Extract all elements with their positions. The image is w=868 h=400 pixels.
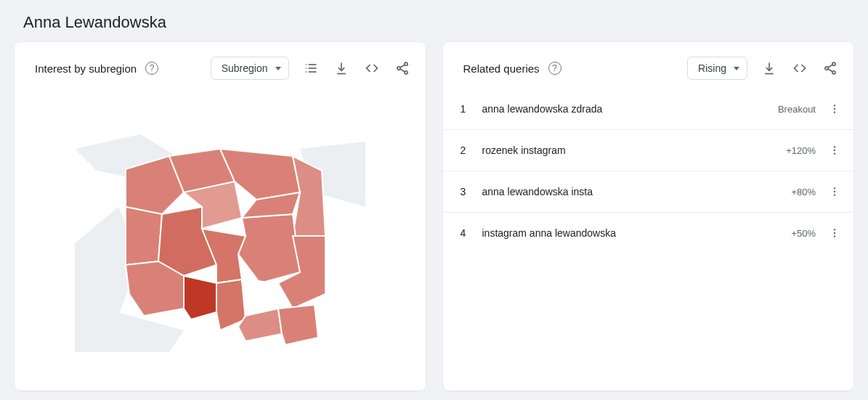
embed-icon[interactable]: [791, 60, 808, 77]
query-rank: 1: [461, 103, 471, 115]
query-row[interactable]: 4 instagram anna lewandowska +50%: [443, 213, 854, 253]
interest-by-subregion-card: Interest by subregion ? Subregion: [15, 42, 426, 391]
list-view-icon[interactable]: [302, 60, 320, 77]
svg-point-28: [834, 191, 835, 192]
query-text: anna lewandowska insta: [482, 186, 780, 197]
related-queries-card: Related queries ? Rising: [443, 42, 854, 391]
svg-point-25: [834, 150, 835, 151]
svg-point-26: [834, 152, 835, 154]
share-icon[interactable]: [394, 60, 411, 77]
help-icon[interactable]: ?: [145, 62, 158, 75]
query-value: Breakout: [778, 104, 816, 115]
query-text: instagram anna lewandowska: [482, 227, 780, 239]
query-value: +50%: [791, 228, 816, 239]
rising-selector-label: Rising: [698, 62, 726, 74]
more-icon[interactable]: [827, 144, 842, 156]
query-row[interactable]: 2 rozenek instagram +120%: [443, 130, 854, 171]
query-row[interactable]: 1 anna lewandowska zdrada Breakout: [443, 89, 854, 130]
query-rank: 3: [461, 186, 471, 197]
help-icon[interactable]: ?: [548, 62, 561, 75]
share-icon[interactable]: [822, 60, 839, 77]
svg-point-4: [305, 68, 307, 69]
poland-map[interactable]: [75, 127, 365, 352]
svg-point-18: [832, 71, 835, 74]
chevron-down-icon: [275, 67, 281, 70]
embed-icon[interactable]: [363, 60, 381, 77]
card-title: Interest by subregion: [35, 62, 137, 75]
svg-point-31: [834, 232, 835, 234]
chevron-down-icon: [734, 67, 739, 70]
card-title: Related queries: [463, 62, 540, 75]
page-title: Anna Lewandowska: [15, 7, 853, 42]
query-rank: 4: [461, 227, 471, 239]
svg-point-3: [305, 64, 307, 65]
query-rank: 2: [461, 144, 471, 156]
more-icon[interactable]: [827, 103, 842, 115]
rising-selector[interactable]: Rising: [687, 57, 747, 80]
svg-point-22: [834, 108, 835, 110]
svg-point-23: [834, 111, 835, 113]
svg-line-10: [399, 69, 404, 72]
region-podkarpackie[interactable]: [278, 305, 318, 345]
more-icon[interactable]: [827, 227, 842, 239]
card-header: Related queries ? Rising: [443, 42, 854, 89]
svg-point-29: [834, 194, 835, 195]
card-header: Interest by subregion ? Subregion: [15, 42, 426, 89]
svg-point-17: [825, 67, 828, 70]
svg-point-21: [834, 105, 835, 106]
svg-point-27: [834, 187, 835, 189]
download-icon[interactable]: [760, 60, 778, 77]
more-icon[interactable]: [827, 186, 842, 197]
query-row[interactable]: 3 anna lewandowska insta +80%: [443, 171, 854, 213]
download-icon[interactable]: [333, 60, 350, 77]
query-value: +120%: [786, 145, 816, 156]
query-list: 1 anna lewandowska zdrada Breakout 2 roz…: [443, 89, 854, 253]
svg-point-5: [305, 71, 307, 73]
svg-line-9: [399, 65, 404, 68]
svg-point-7: [397, 67, 399, 70]
region-lubuskie[interactable]: [126, 207, 162, 265]
query-value: +80%: [791, 187, 816, 197]
subregion-selector[interactable]: Subregion: [211, 57, 289, 80]
svg-point-32: [834, 235, 835, 237]
svg-point-6: [404, 62, 407, 65]
svg-point-24: [834, 146, 835, 147]
query-text: rozenek instagram: [482, 144, 775, 156]
query-text: anna lewandowska zdrada: [482, 103, 766, 115]
svg-point-16: [832, 62, 835, 65]
svg-line-20: [828, 69, 832, 72]
svg-line-19: [828, 65, 832, 68]
svg-point-30: [834, 229, 835, 230]
subregion-selector-label: Subregion: [222, 62, 268, 74]
map-area: [15, 89, 426, 391]
svg-point-8: [404, 71, 407, 74]
region-opolskie[interactable]: [184, 276, 216, 319]
